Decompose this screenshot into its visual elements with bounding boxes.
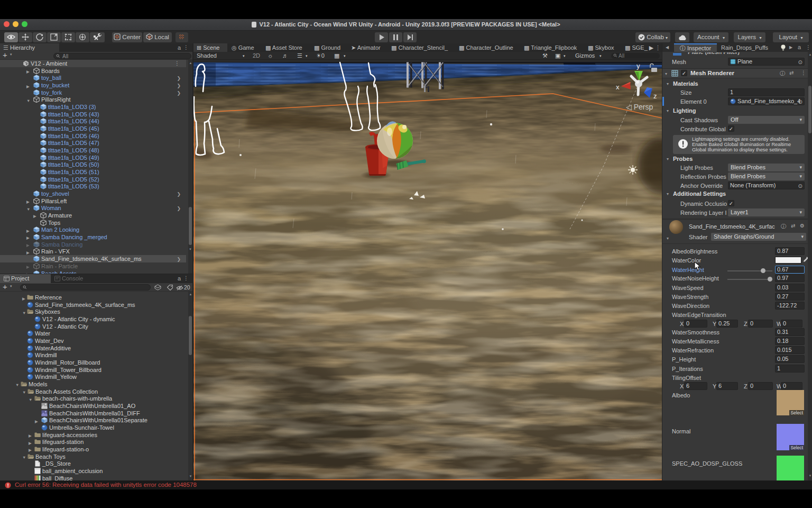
svg-text:z: z (653, 92, 657, 100)
svg-text:y: y (636, 62, 640, 70)
svg-text:x: x (616, 83, 620, 91)
svg-text:◁ Persp: ◁ Persp (626, 103, 653, 111)
